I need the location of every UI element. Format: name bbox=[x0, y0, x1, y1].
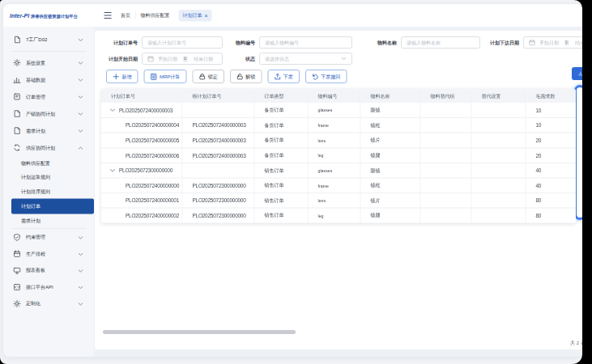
table-row[interactable]: PLO2025072400000005PLO2025072400000003备货… bbox=[101, 133, 576, 148]
chevron-icon bbox=[78, 302, 83, 307]
table-row[interactable]: PLO2025072400000002PLO2025072300000000销售… bbox=[101, 208, 576, 223]
mrp-icon bbox=[151, 73, 158, 80]
sidebar-subitem-计划排序规则[interactable]: 计划排序规则 bbox=[3, 184, 94, 199]
gear-icon bbox=[13, 59, 21, 67]
sidebar-item-供应协同计划[interactable]: 供应协同计划 bbox=[3, 139, 94, 156]
sidebar-item-订单管理[interactable]: 订单管理 bbox=[3, 88, 94, 105]
sidebar-subitem-物料供应配置[interactable]: 物料供应配置 bbox=[3, 156, 94, 171]
plan-order-table-card: 计划订单号根计划订单号订单类型物料编号物料名称物料替代组替代设置毛需求数 PLO… bbox=[101, 89, 576, 223]
chevron-icon bbox=[78, 112, 83, 117]
content-panel: 计划订单号 请输入计划订单号 物料编号 请输入物料编号 物料名称 请输入物料名称… bbox=[95, 31, 582, 349]
doc-icon bbox=[13, 127, 21, 135]
sidebar-item-接口平台API[interactable]: 接口平台API bbox=[3, 279, 94, 296]
table-row[interactable]: PLO2025072400000000PLO2025072300000000销售… bbox=[101, 178, 576, 193]
chevron-icon bbox=[78, 285, 83, 290]
plus-icon bbox=[113, 73, 120, 80]
expand-icon[interactable] bbox=[109, 168, 116, 173]
calendar-icon bbox=[147, 56, 154, 62]
sidebar-factory[interactable]: 7工厂D02 bbox=[3, 31, 94, 49]
column-header-物料替代组: 物料替代组 bbox=[420, 89, 471, 103]
close-icon[interactable]: × bbox=[205, 14, 208, 18]
column-header-计划订单号: 计划订单号 bbox=[101, 89, 182, 103]
sidebar-divider bbox=[11, 51, 86, 52]
toolbar: 新增MRP计算锁定解锁下发下发撤回 bbox=[106, 70, 347, 83]
shield-icon bbox=[13, 233, 21, 241]
chevron-icon bbox=[78, 95, 83, 100]
sidebar-item-系统设置[interactable]: 系统设置 bbox=[3, 54, 94, 71]
lock-icon bbox=[198, 73, 206, 80]
sidebar-item-产销协同计划[interactable]: 产销协同计划 bbox=[3, 105, 94, 122]
horizontal-scrollbar[interactable] bbox=[103, 330, 296, 334]
chevron-icon bbox=[78, 78, 83, 83]
column-header-毛需求数: 毛需求数 bbox=[526, 89, 576, 103]
doc-icon bbox=[13, 110, 21, 118]
monitor-icon bbox=[13, 266, 21, 274]
release-date-range[interactable]: 开始日期至结束日期 bbox=[523, 36, 582, 49]
filter-label-plan-order-no: 计划订单号 bbox=[113, 40, 138, 47]
tab-plan-order[interactable]: 计划订单× bbox=[179, 10, 212, 22]
sidebar-item-需求计划[interactable]: 需求计划 bbox=[3, 122, 94, 139]
sidebar-subitem-需求计划[interactable]: 需求计划 bbox=[3, 214, 94, 229]
calendar-icon bbox=[13, 250, 21, 258]
tab-home[interactable]: 首页 bbox=[116, 12, 135, 19]
material-name-input[interactable]: 请输入物料名称 bbox=[401, 36, 480, 49]
gear-icon bbox=[13, 299, 21, 307]
MRP计算-button[interactable]: MRP计算 bbox=[144, 70, 187, 83]
brand-logo: Inter-PI湃睿供应链资源计划平台 bbox=[3, 12, 94, 19]
tab-material-config[interactable]: 物料供应配置 bbox=[136, 12, 175, 19]
expand-icon[interactable] bbox=[109, 108, 116, 112]
table-row[interactable]: PLO2025072400000006PLO2025072400000003备货… bbox=[101, 148, 576, 163]
material-code-input[interactable]: 请输入物料编号 bbox=[259, 36, 352, 49]
calendar-icon bbox=[529, 40, 535, 46]
top-header: Inter-PI湃睿供应链资源计划平台 首页 物料供应配置 计划订单× bbox=[3, 4, 582, 27]
sidebar-item-约束管理[interactable]: 约束管理 bbox=[3, 229, 94, 246]
sidebar-subitem-计划订单[interactable]: 计划订单 bbox=[11, 199, 94, 214]
sidebar-item-基础数据[interactable]: 基础数据 bbox=[3, 71, 94, 88]
filter-label-status: 状态 bbox=[245, 56, 255, 63]
新增-button[interactable]: 新增 bbox=[106, 70, 138, 83]
chevron-down-icon bbox=[78, 38, 83, 44]
table-row[interactable]: PLO2025072400000004PLO2025072400000003备货… bbox=[101, 118, 576, 133]
plan-order-table: 计划订单号根计划订单号订单类型物料编号物料名称物料替代组替代设置毛需求数 PLO… bbox=[101, 89, 576, 223]
factory-icon bbox=[13, 36, 21, 44]
chevron-icon bbox=[78, 146, 83, 151]
column-header-根计划订单号: 根计划订单号 bbox=[182, 89, 254, 103]
order-icon bbox=[13, 93, 21, 101]
app-canvas: Inter-PI湃睿供应链资源计划平台 首页 物料供应配置 计划订单× 7工厂D… bbox=[0, 0, 582, 364]
send-icon bbox=[274, 73, 281, 80]
table-row[interactable]: PLO2025072400000003备货订单glasses眼镜10 bbox=[101, 103, 576, 118]
chevron-down-icon bbox=[341, 57, 347, 61]
hamburger-icon[interactable] bbox=[104, 12, 112, 19]
start-date-range[interactable]: 开始日期至结束日期 bbox=[142, 53, 223, 65]
filter-label-material-code: 物料编号 bbox=[236, 40, 255, 47]
sidebar-subitem-计划运算规则[interactable]: 计划运算规则 bbox=[3, 171, 94, 185]
column-header-订单类型: 订单类型 bbox=[254, 89, 308, 103]
chevron-icon bbox=[78, 61, 83, 66]
plan-order-no-input[interactable]: 请输入计划订单号 bbox=[142, 36, 223, 49]
sidebar-item-生产排程[interactable]: 生产排程 bbox=[3, 246, 94, 263]
table-row[interactable]: PLO2025072400000001PLO2025072300000000销售… bbox=[101, 193, 576, 209]
下发-button[interactable]: 下发 bbox=[267, 70, 300, 83]
pagination-total: 共 2 条 bbox=[570, 340, 582, 347]
filter-label-release-date: 计划下达日期 bbox=[490, 40, 519, 47]
main-area: 计划订单号 请输入计划订单号 物料编号 请输入物料编号 物料名称 请输入物料名称… bbox=[94, 27, 582, 357]
status-select[interactable]: 请选择状态 bbox=[259, 53, 352, 65]
chart-icon bbox=[13, 76, 21, 84]
锁定-button[interactable]: 锁定 bbox=[192, 70, 224, 83]
chevron-icon bbox=[78, 269, 83, 274]
filter-label-start-date: 计划开始日期 bbox=[109, 56, 138, 63]
解锁-button[interactable]: 解锁 bbox=[230, 70, 262, 83]
sidebar-item-定制化[interactable]: 定制化 bbox=[3, 295, 94, 312]
product-name: 湃睿供应链资源计划平台 bbox=[31, 13, 78, 18]
column-header-物料名称: 物料名称 bbox=[360, 89, 420, 103]
chevron-icon bbox=[78, 252, 83, 257]
undo-icon bbox=[312, 73, 319, 80]
table-row[interactable]: PLO2025072300000000销售订单glasses眼镜40 bbox=[101, 163, 576, 178]
unlock-icon bbox=[236, 73, 244, 80]
chevron-icon bbox=[78, 235, 83, 241]
sidebar: 7工厂D02 系统设置基础数据订单管理产销协同计划需求计划供应协同计划 物料供应… bbox=[3, 27, 94, 357]
chevron-icon bbox=[78, 129, 83, 134]
export-button[interactable]: 导出 bbox=[572, 67, 582, 80]
sidebar-item-报表看板[interactable]: 报表看板 bbox=[3, 262, 94, 279]
下发撤回-button[interactable]: 下发撤回 bbox=[305, 70, 347, 83]
